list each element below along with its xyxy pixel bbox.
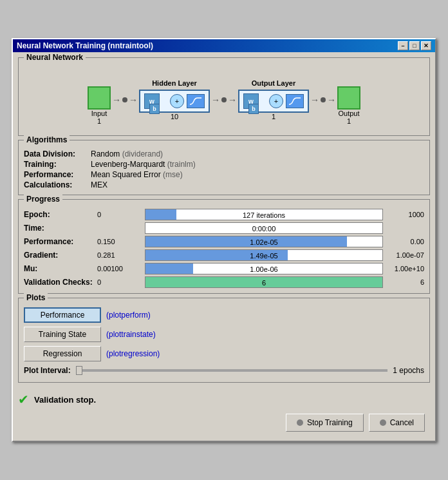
hidden-sum-block: + — [170, 94, 184, 108]
algorithms-content: Data Division: Random (dividerand) Train… — [19, 140, 429, 195]
plot-sub-0[interactable]: (plotperform) — [106, 311, 151, 320]
stop-training-button-label: Stop Training — [307, 418, 353, 427]
output-node: Output 1 — [337, 75, 360, 125]
arrow-1: → — [111, 95, 122, 105]
hidden-layer-box: w b + — [139, 90, 210, 113]
plots-section: Plots Performance(plotperform)Training S… — [18, 298, 430, 383]
plot-button-2[interactable]: Regression — [24, 346, 101, 361]
arrow-4: → — [227, 95, 238, 105]
close-button[interactable]: ✕ — [421, 41, 431, 50]
plot-sub-1[interactable]: (plottrainstate) — [106, 330, 156, 339]
plots-buttons-container: Performance(plotperform)Training State(p… — [24, 307, 424, 361]
dot-2 — [221, 97, 227, 102]
progress-end-2: 0.00 — [386, 238, 424, 245]
output-layer-box: w b + — [238, 90, 309, 113]
titlebar: Neural Network Training (nntraintool) – … — [13, 39, 435, 52]
titlebar-controls: – □ ✕ — [398, 41, 431, 50]
progress-end-5: 6 — [386, 278, 424, 286]
algo-value-3: MEX — [91, 180, 424, 189]
plot-button-0[interactable]: Performance — [24, 307, 101, 323]
progress-bar-0: 127 iterations — [145, 209, 383, 220]
bottom-buttons: Stop TrainingCancel — [18, 410, 430, 436]
output-act-block — [286, 94, 304, 108]
output-sum-block: + — [269, 94, 283, 108]
algo-value-2: Mean Squared Error (mse) — [91, 170, 424, 179]
validation-row: ✔ Validation stop. — [18, 387, 430, 410]
hidden-b-block: b — [149, 104, 160, 114]
progress-label-3: Gradient: — [24, 251, 95, 260]
plot-button-1[interactable]: Training State — [24, 327, 101, 342]
window-title: Neural Network Training (nntraintool) — [17, 41, 153, 50]
input-block — [88, 86, 111, 110]
hidden-layer-label: Hidden Layer — [152, 79, 197, 87]
arrow-5: → — [309, 95, 321, 105]
checkmark-icon: ✔ — [18, 392, 29, 407]
output-layer-node: Output Layer w b + 1 — [238, 79, 309, 120]
progress-label-0: Epoch: — [24, 210, 95, 219]
slider-track — [76, 369, 388, 372]
validation-text: Validation stop. — [34, 395, 96, 405]
nn-diagram: Input 1 → → Hidden Layer w b — [24, 70, 424, 130]
progress-end-0: 1000 — [386, 211, 424, 218]
algo-label-0: Data Division: — [24, 149, 88, 158]
hidden-layer-node: Hidden Layer w b + 10 — [139, 79, 210, 120]
neural-network-title: Neural Network — [24, 53, 86, 62]
maximize-button[interactable]: □ — [409, 41, 420, 50]
plot-row-0: Performance(plotperform) — [24, 307, 424, 323]
dot-3 — [321, 97, 326, 102]
plot-row-2: Regression(plotregression) — [24, 346, 424, 361]
hidden-wb: w b — [144, 93, 160, 109]
algorithms-title: Algorithms — [24, 135, 70, 144]
progress-bar-text-5: 6 — [145, 277, 382, 288]
main-window: Neural Network Training (nntraintool) – … — [12, 38, 436, 442]
dot-1 — [122, 97, 127, 102]
progress-bar-text-4: 1.00e-06 — [145, 264, 382, 274]
progress-content: Epoch:0127 iterations1000Time:0:00:00Per… — [19, 200, 429, 293]
plot-row-1: Training State(plottrainstate) — [24, 327, 424, 342]
output-block — [337, 86, 360, 110]
progress-start-3: 0.281 — [97, 251, 142, 259]
output-label: Output 1 — [338, 110, 359, 125]
arrow-3: → — [210, 95, 221, 105]
interval-row: Plot Interval: 1 epochs — [24, 361, 424, 377]
progress-label-2: Performance: — [24, 237, 95, 246]
cancel-button[interactable]: Cancel — [369, 414, 425, 432]
progress-end-3: 1.00e-07 — [386, 251, 424, 259]
slider-thumb[interactable] — [76, 366, 82, 375]
plots-content: Performance(plotperform)Training State(p… — [19, 298, 429, 382]
stop-training-button[interactable]: Stop Training — [286, 414, 364, 432]
main-content: Neural Network Input 1 → → — [13, 52, 435, 441]
arrow-6: → — [326, 95, 337, 105]
algo-value-1: Levenberg-Marquardt (trainlm) — [91, 160, 424, 169]
output-wb: w b — [243, 93, 259, 109]
progress-label-5: Validation Checks: — [24, 278, 95, 287]
progress-end-4: 1.00e+10 — [386, 265, 424, 273]
progress-bar-text-3: 1.49e-05 — [145, 250, 382, 261]
progress-bar-5: 6 — [145, 276, 383, 288]
plot-interval-slider[interactable] — [76, 364, 388, 377]
progress-label-1: Time: — [24, 224, 95, 233]
progress-start-5: 0 — [97, 278, 142, 286]
output-layer-num: 1 — [272, 113, 275, 120]
algo-label-3: Calculations: — [24, 180, 88, 189]
progress-start-4: 0.00100 — [97, 265, 142, 273]
output-b-block: b — [248, 104, 259, 114]
progress-bar-1: 0:00:00 — [145, 222, 383, 234]
progress-title: Progress — [24, 195, 62, 204]
hidden-act-block — [187, 94, 205, 108]
neural-network-section: Neural Network Input 1 → → — [18, 57, 430, 136]
algo-label-2: Performance: — [24, 170, 88, 179]
hidden-num-label: 10 — [171, 113, 178, 120]
input-node: Input 1 — [88, 75, 111, 125]
plot-sub-2[interactable]: (plotregression) — [106, 349, 160, 358]
input-label: Input 1 — [91, 110, 107, 125]
minimize-button[interactable]: – — [398, 41, 408, 50]
algo-label-1: Training: — [24, 160, 88, 169]
output-layer-label: Output Layer — [252, 79, 295, 87]
cancel-button-label: Cancel — [390, 418, 414, 427]
interval-label: Plot Interval: — [24, 366, 71, 375]
progress-bar-2: 1.02e-05 — [145, 236, 383, 247]
progress-table: Epoch:0127 iterations1000Time:0:00:00Per… — [24, 209, 424, 288]
progress-bar-text-0: 127 iterations — [145, 209, 382, 220]
progress-bar-3: 1.49e-05 — [145, 249, 383, 261]
